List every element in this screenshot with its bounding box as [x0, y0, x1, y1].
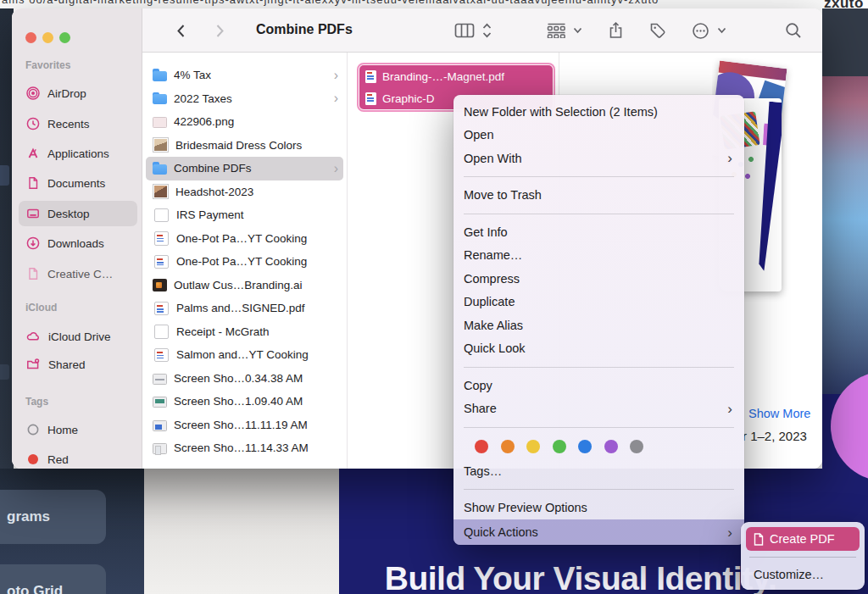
view-sort-chevrons[interactable] — [482, 8, 492, 53]
file-row[interactable]: Receipt - McGrath — [142, 320, 347, 344]
tag-purple-button[interactable] — [604, 440, 618, 453]
cloud-icon — [26, 330, 41, 343]
file-row[interactable]: Bridesmaid Dress Colors — [142, 134, 347, 158]
tags-button[interactable] — [649, 8, 666, 53]
sidebar-item-tag-red[interactable]: Red — [19, 447, 137, 469]
menu-item-customize[interactable]: Customize… — [746, 563, 860, 585]
sidebar-item-documents[interactable]: Documents — [19, 170, 137, 196]
document-icon — [26, 267, 40, 280]
sidebar-item-downloads[interactable]: Downloads — [19, 230, 137, 256]
menu-item-new-folder-with-selection[interactable]: New Folder with Selection (2 Items) — [453, 100, 744, 124]
menu-item-get-info[interactable]: Get Info — [453, 220, 744, 244]
file-row[interactable]: Headshot-2023 — [142, 180, 347, 204]
tag-gray-button[interactable] — [630, 440, 643, 453]
menu-item-quick-look[interactable]: Quick Look — [453, 337, 744, 361]
tag-icon — [649, 22, 666, 39]
pdf-file-icon — [154, 348, 169, 363]
disclosure-chevron-icon: › — [334, 92, 338, 105]
file-row[interactable]: One-Pot Pa…YT Cooking — [142, 250, 347, 274]
document-file-icon — [154, 208, 169, 223]
pdf-file-icon — [365, 70, 376, 83]
menu-item-open-with[interactable]: Open With› — [453, 147, 744, 170]
sidebar-item-creative-cloud[interactable]: Creative C… — [19, 261, 137, 286]
menu-separator — [464, 367, 734, 368]
file-row[interactable]: Palms and…SIGNED.pdf — [142, 297, 347, 320]
search-button[interactable] — [785, 8, 802, 53]
sidebar-section-favorites: Favorites — [25, 58, 70, 73]
file-row[interactable]: Outlaw Cus…Branding.ai — [142, 274, 347, 297]
file-row[interactable]: Screen Sho…1.09.40 AM — [142, 390, 347, 414]
sidebar-item-tag-home[interactable]: Home — [19, 417, 137, 442]
file-row[interactable]: Screen Sho…11.11.19 AM — [142, 414, 347, 437]
file-row[interactable]: IRS Payment — [142, 203, 347, 227]
menu-item-move-to-trash[interactable]: Move to Trash — [453, 184, 744, 208]
photo-thumbnail-icon — [153, 138, 168, 152]
close-window-button[interactable] — [25, 32, 36, 43]
tag-red-button[interactable] — [475, 440, 488, 453]
sidebar-item-icloud-drive[interactable]: iCloud Drive — [19, 324, 137, 349]
file-row[interactable]: 4% Tax› — [142, 64, 347, 87]
file-row[interactable]: One-Pot Pa…YT Cooking — [142, 227, 347, 251]
menu-item-share[interactable]: Share› — [453, 397, 744, 421]
sidebar-item-airdrop[interactable]: AirDrop — [19, 80, 137, 106]
preview-date-fragment: r 1–2, 2023 — [743, 429, 807, 443]
tag-blue-button[interactable] — [578, 440, 592, 453]
menu-separator — [464, 176, 734, 177]
file-row[interactable]: Salmon and…YT Cooking — [142, 343, 347, 367]
submenu-chevron-icon: › — [727, 151, 732, 165]
share-button[interactable] — [609, 8, 623, 53]
webpage-right-column — [822, 8, 868, 594]
chevron-down-icon — [717, 27, 726, 34]
menu-item-show-preview-options[interactable]: Show Preview Options — [453, 497, 744, 520]
show-more-link[interactable]: Show More — [748, 407, 810, 420]
sidebar-item-applications[interactable]: Applications — [19, 141, 137, 166]
more-options-chevron[interactable] — [717, 8, 726, 53]
view-columns-button[interactable] — [454, 8, 475, 53]
forward-button[interactable] — [215, 8, 225, 53]
more-options-button[interactable] — [692, 8, 709, 53]
menu-item-copy[interactable]: Copy — [453, 374, 744, 397]
context-menu: New Folder with Selection (2 Items) Open… — [453, 95, 744, 545]
background-url-text: ams oo/a-digital-marketing-resume-tips-a… — [2, 0, 659, 6]
tag-color-row — [453, 434, 744, 459]
tag-green-button[interactable] — [553, 440, 566, 453]
menu-item-duplicate[interactable]: Duplicate — [453, 291, 744, 314]
menu-item-make-alias[interactable]: Make Alias — [453, 314, 744, 337]
menu-separator — [464, 214, 734, 214]
file-row[interactable]: Screen Sho…11.14.33 AM — [142, 436, 347, 460]
menu-item-compress[interactable]: Compress — [453, 267, 744, 291]
photo-thumbnail-icon — [153, 185, 168, 198]
columns-view-icon — [454, 23, 475, 38]
tag-orange-button[interactable] — [501, 440, 515, 453]
tag-yellow-button[interactable] — [526, 440, 540, 453]
file-row-combine-pdfs[interactable]: Combine PDFs› — [146, 157, 343, 180]
webpage-card-photo-grid[interactable]: oto Grid — [0, 564, 106, 594]
clock-icon — [26, 117, 40, 130]
sidebar-item-desktop[interactable]: Desktop — [19, 201, 137, 226]
group-button[interactable] — [547, 8, 566, 53]
file-row[interactable]: Screen Sho…0.34.38 AM — [142, 367, 347, 391]
menu-item-quick-actions[interactable]: Quick Actions› — [453, 519, 744, 545]
menu-item-rename[interactable]: Rename… — [453, 244, 744, 268]
finder-toolbar: Combine PDFs — [142, 8, 822, 53]
search-icon — [785, 22, 802, 39]
webpage-card-programs[interactable]: grams — [0, 490, 106, 544]
file-row[interactable]: 422906.png — [142, 110, 347, 134]
applications-icon — [26, 147, 40, 160]
group-chevron[interactable] — [573, 8, 582, 53]
sidebar-item-recents[interactable]: Recents — [19, 111, 137, 136]
back-button[interactable] — [176, 8, 186, 53]
zoom-window-button[interactable] — [59, 32, 70, 43]
document-file-icon — [154, 325, 169, 339]
file-row[interactable]: 2022 Taxes› — [142, 87, 347, 111]
pdf-file-icon — [365, 92, 376, 105]
minimize-window-button[interactable] — [42, 32, 53, 43]
menu-item-create-pdf[interactable]: Create PDF — [746, 527, 860, 551]
submenu-chevron-icon: › — [727, 402, 732, 416]
menu-item-tags[interactable]: Tags… — [453, 459, 744, 483]
sidebar-item-shared[interactable]: Shared — [19, 352, 137, 377]
chevron-left-icon — [176, 24, 186, 38]
pdf-file-icon — [154, 302, 169, 316]
menu-item-open[interactable]: Open — [453, 124, 744, 147]
selected-file-row[interactable]: Branding-…-Magnet.pdf — [359, 65, 553, 87]
